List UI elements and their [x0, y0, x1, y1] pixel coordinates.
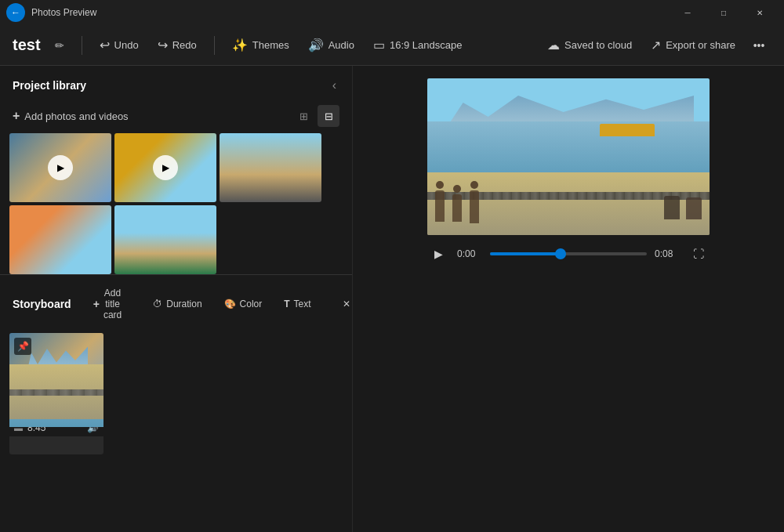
maximize-button[interactable]: □: [706, 0, 742, 25]
boat-shape: [600, 124, 655, 136]
project-title: test: [13, 36, 41, 54]
add-title-card-button[interactable]: + Add title card: [87, 284, 129, 324]
grid-view-button[interactable]: ⊞: [292, 105, 314, 127]
person-2: [452, 194, 462, 222]
minimize-button[interactable]: ─: [670, 0, 706, 25]
audio-label: Audio: [328, 39, 354, 51]
list-view-button[interactable]: ⊟: [318, 105, 339, 127]
video-preview: [427, 78, 710, 235]
aspect-label: 16:9 Landscape: [390, 39, 463, 51]
add-title-label: Add title card: [103, 288, 122, 320]
play-overlay-2[interactable]: ▶: [153, 155, 178, 180]
pin-icon: 📌: [14, 338, 31, 355]
project-library-header: Project library ‹: [0, 66, 352, 102]
title-bar-left: ← Photos Preview: [6, 3, 96, 22]
export-icon: ↗: [651, 38, 661, 52]
color-label: Color: [240, 299, 263, 309]
redo-icon: ↪: [158, 38, 168, 52]
themes-button[interactable]: ✨ Themes: [224, 34, 297, 56]
main-content: Project library ‹ + Add photos and video…: [0, 66, 784, 532]
export-label: Export or share: [666, 39, 735, 51]
seated-people: [664, 196, 702, 219]
title-bar: ← Photos Preview ─ □ ✕: [0, 0, 784, 25]
play-overlay-1[interactable]: ▶: [48, 155, 73, 180]
view-toggle: ⊞ ⊟: [292, 105, 339, 127]
storyboard-thumb-1: 📌: [9, 333, 103, 419]
add-icon: +: [13, 109, 20, 123]
color-icon: 🎨: [224, 299, 236, 309]
cloud-save-button[interactable]: ☁ Saved to cloud: [539, 34, 640, 56]
close-button[interactable]: ✕: [742, 0, 778, 25]
video-chain: [9, 389, 103, 396]
undo-icon: ↩: [100, 38, 110, 52]
media-thumbnail-3[interactable]: [220, 133, 321, 202]
text-label: Text: [294, 299, 311, 309]
media-thumbnail-2[interactable]: ▶: [114, 133, 216, 202]
media-thumbnail-1[interactable]: ▶: [9, 133, 111, 202]
cloud-icon: ☁: [547, 38, 560, 52]
edit-title-button[interactable]: ✏: [47, 33, 72, 58]
duration-button[interactable]: ⏱ Duration: [147, 295, 208, 313]
storyboard-header: Storyboard + Add title card ⏱ Duration 🎨…: [0, 281, 352, 330]
audio-button[interactable]: 🔊 Audio: [300, 34, 362, 56]
aspect-ratio-button[interactable]: ▭ 16:9 Landscape: [365, 34, 470, 56]
person-3: [470, 190, 479, 223]
storyboard-title: Storyboard: [13, 298, 71, 310]
progress-bar[interactable]: [490, 252, 647, 255]
collapse-button[interactable]: ‹: [329, 75, 339, 96]
seated-person-2: [686, 197, 702, 219]
seated-person-1: [664, 196, 680, 219]
play-button[interactable]: ▶: [427, 243, 449, 265]
undo-label: Undo: [114, 39, 139, 51]
storyboard-section: Storyboard + Add title card ⏱ Duration 🎨…: [0, 274, 352, 532]
remove-icon: ✕: [343, 299, 350, 309]
grid-view-icon: ⊞: [299, 110, 308, 122]
playback-controls: ▶ 0:00 0:08 ⛶: [427, 243, 710, 265]
themes-label: Themes: [252, 39, 289, 51]
duration-label: Duration: [166, 299, 201, 309]
project-library-title: Project library: [13, 79, 86, 92]
window-controls: ─ □ ✕: [670, 0, 778, 25]
person-1: [435, 190, 445, 222]
storyboard-item-1[interactable]: 📌 ▬ 8.45 🔊: [9, 333, 103, 454]
redo-button[interactable]: ↪ Redo: [150, 34, 205, 56]
edit-icon: ✏: [55, 39, 64, 52]
thumbnail-grid: ▶ ▶: [0, 133, 352, 274]
add-title-icon: +: [93, 298, 100, 310]
video-background: [427, 78, 710, 235]
time-total: 0:08: [655, 248, 680, 259]
export-button[interactable]: ↗ Export or share: [643, 34, 743, 56]
aspect-icon: ▭: [373, 38, 385, 52]
toolbar-right: ☁ Saved to cloud ↗ Export or share •••: [539, 33, 771, 58]
back-button[interactable]: ←: [6, 3, 25, 22]
duration-icon: ⏱: [153, 299, 162, 309]
text-icon: T: [284, 299, 289, 309]
text-button[interactable]: T Text: [278, 295, 317, 313]
color-button[interactable]: 🎨 Color: [218, 295, 269, 313]
themes-icon: ✨: [232, 38, 248, 52]
audio-icon: 🔊: [308, 38, 324, 52]
app-name: Photos Preview: [31, 7, 96, 18]
media-thumbnail-5[interactable]: [114, 205, 216, 274]
left-panel: Project library ‹ + Add photos and video…: [0, 66, 353, 532]
cloud-label: Saved to cloud: [564, 39, 632, 51]
add-media-row: + Add photos and videos ⊞ ⊟: [0, 102, 352, 133]
divider-1: [82, 36, 82, 55]
progress-fill: [490, 252, 561, 255]
more-icon: •••: [753, 39, 765, 52]
right-panel: ▶ 0:00 0:08 ⛶: [353, 66, 784, 532]
time-current: 0:00: [457, 248, 482, 259]
add-media-label: Add photos and videos: [24, 110, 128, 122]
media-thumbnail-4[interactable]: [9, 205, 111, 274]
people-silhouettes: [435, 190, 479, 223]
redo-label: Redo: [172, 39, 197, 51]
progress-thumb[interactable]: [555, 248, 566, 259]
toolbar: test ✏ ↩ Undo ↪ Redo ✨ Themes 🔊 Audio ▭ …: [0, 25, 784, 66]
fullscreen-button[interactable]: ⛶: [688, 243, 710, 265]
undo-button[interactable]: ↩ Undo: [92, 34, 147, 56]
storyboard-items: 📌 ▬ 8.45 🔊: [0, 330, 352, 458]
divider-2: [214, 36, 215, 55]
add-media-button[interactable]: + Add photos and videos: [13, 109, 129, 123]
list-view-icon: ⊟: [325, 110, 333, 122]
more-options-button[interactable]: •••: [746, 33, 771, 58]
